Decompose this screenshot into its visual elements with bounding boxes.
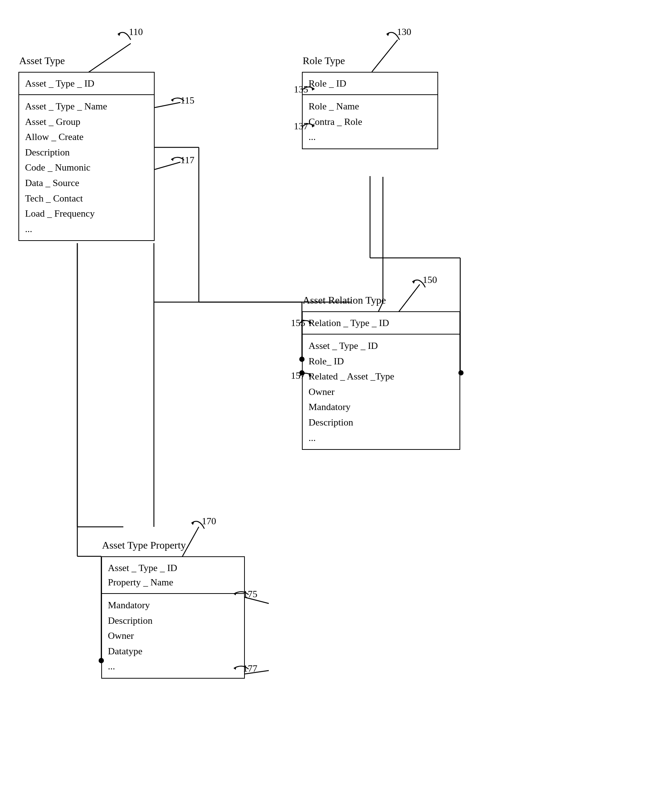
field-art-asset-type-id: Asset _ Type _ ID [309, 338, 454, 354]
atp-pk-field2: Property _ Name [108, 575, 238, 590]
asset-relation-type-entity: Asset Relation Type Relation _ Type _ ID… [302, 311, 460, 450]
svg-marker-20 [171, 98, 174, 102]
asset-type-title: Asset Type [19, 55, 65, 67]
arrow-175 [228, 587, 251, 602]
dot-atp-at-id [99, 658, 104, 663]
field-atp-description: Description [108, 613, 238, 628]
atp-title: Asset Type Property [102, 540, 186, 551]
role-type-fields-section: Role _ Name Contra _ Role ... [303, 95, 437, 148]
asset-type-pk-section: Asset _ Type _ ID [19, 72, 154, 95]
field-contra-role: Contra _ Role [309, 114, 432, 130]
role-type-title: Role Type [303, 55, 345, 67]
field-tech-contact: Tech _ Contact [25, 191, 148, 206]
role-type-pk-field: Role _ ID [309, 76, 432, 91]
field-at-ellipsis: ... [25, 221, 148, 237]
arrow-110 [114, 25, 136, 47]
field-art-ellipsis: ... [309, 430, 454, 446]
field-rt-ellipsis: ... [309, 129, 432, 145]
asset-type-entity: Asset Type Asset _ Type _ ID Asset _ Typ… [18, 72, 155, 241]
art-title: Asset Relation Type [303, 294, 386, 306]
arrow-130 [383, 25, 405, 47]
asset-type-fields-section: Asset _ Type _ Name Asset _ Group Allow … [19, 95, 154, 240]
svg-marker-21 [171, 158, 174, 161]
atp-pk-section: Asset _ Type _ ID Property _ Name [102, 557, 244, 594]
arrow-150 [409, 272, 431, 295]
dot-art-fk2 [299, 370, 304, 375]
svg-marker-30 [234, 667, 236, 670]
arrow-177 [228, 662, 251, 677]
atp-pk-field1: Asset _ Type _ ID [108, 561, 238, 575]
field-role-name: Role _ Name [309, 99, 432, 114]
arrow-135 [300, 82, 315, 97]
field-atp-mandatory: Mandatory [108, 598, 238, 613]
field-asset-group: Asset _ Group [25, 114, 148, 130]
field-art-description: Description [309, 415, 454, 430]
arrow-155 [297, 316, 312, 331]
asset-type-pk-field: Asset _ Type _ ID [25, 76, 148, 91]
art-pk-field: Relation _ Type _ ID [309, 316, 454, 330]
field-art-mandatory: Mandatory [309, 400, 454, 415]
dot-art-role-id [458, 370, 464, 375]
field-atp-ellipsis: ... [108, 659, 238, 674]
arrow-137 [300, 119, 315, 134]
field-data-source: Data _ Source [25, 176, 148, 191]
role-type-entity: Role Type Role _ ID Role _ Name Contra _… [302, 72, 438, 149]
field-art-role-id: Role_ ID [309, 354, 454, 369]
diagram-container: 110 Asset Type Asset _ Type _ ID Asset _… [0, 0, 662, 812]
art-fields-section: Asset _ Type _ ID Role_ ID Related _ Ass… [303, 335, 460, 449]
field-art-owner: Owner [309, 384, 454, 400]
field-allow-create: Allow _ Create [25, 129, 148, 145]
field-atp-owner: Owner [108, 628, 238, 644]
field-description-at: Description [25, 145, 148, 160]
arrow-170 [188, 514, 210, 536]
arrow-115 [166, 93, 188, 108]
field-code-numonic: Code _ Numonic [25, 160, 148, 176]
arrow-117 [166, 153, 188, 168]
atp-fields-section: Mandatory Description Owner Datatype ... [102, 594, 244, 678]
field-asset-type-name: Asset _ Type _ Name [25, 99, 148, 114]
field-atp-datatype: Datatype [108, 644, 238, 659]
role-type-pk-section: Role _ ID [303, 72, 437, 95]
field-load-frequency: Load _ Frequency [25, 206, 148, 221]
asset-type-property-entity: Asset Type Property Asset _ Type _ ID Pr… [101, 556, 245, 678]
svg-marker-29 [234, 592, 236, 595]
field-related-asset-type: Related _ Asset _Type [309, 369, 454, 384]
dot-art-at-id [299, 357, 304, 362]
art-pk-section: Relation _ Type _ ID [303, 312, 460, 335]
